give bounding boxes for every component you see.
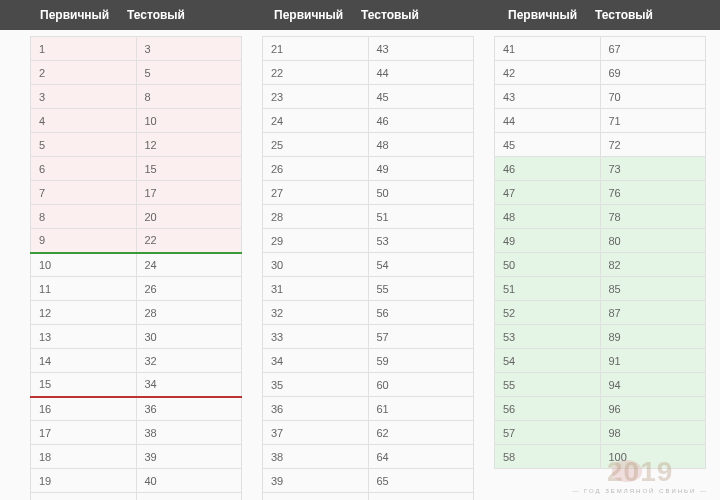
primary-cell: 48 [495, 205, 601, 229]
header-col-test: Тестовый [587, 8, 674, 22]
table-row: 58100 [495, 445, 706, 469]
table-row: 717 [31, 181, 242, 205]
test-cell: 51 [368, 205, 474, 229]
primary-cell: 18 [31, 445, 137, 469]
header-col-primary: Первичный [266, 8, 353, 22]
table-row: 25 [31, 61, 242, 85]
table-row: 4066 [263, 493, 474, 501]
test-cell: 49 [368, 157, 474, 181]
test-cell: 22 [136, 229, 242, 253]
header-group: Первичный Тестовый [32, 8, 244, 22]
primary-cell: 9 [31, 229, 137, 253]
score-table-3: 4167426943704471457246734776487849805082… [494, 36, 706, 469]
table-row: 3155 [263, 277, 474, 301]
test-cell: 59 [368, 349, 474, 373]
primary-cell: 49 [495, 229, 601, 253]
test-cell: 46 [368, 109, 474, 133]
primary-cell: 19 [31, 469, 137, 493]
primary-cell: 58 [495, 445, 601, 469]
table-row: 2851 [263, 205, 474, 229]
test-cell: 15 [136, 157, 242, 181]
test-cell: 87 [600, 301, 706, 325]
primary-cell: 29 [263, 229, 369, 253]
test-cell: 67 [600, 37, 706, 61]
test-cell: 32 [136, 349, 242, 373]
test-cell: 55 [368, 277, 474, 301]
test-cell: 12 [136, 133, 242, 157]
table-row: 1228 [31, 301, 242, 325]
test-cell: 41 [136, 493, 242, 501]
table-row: 3965 [263, 469, 474, 493]
test-cell: 69 [600, 61, 706, 85]
test-cell: 85 [600, 277, 706, 301]
header-col-primary: Первичный [500, 8, 587, 22]
header-group: Первичный Тестовый [500, 8, 712, 22]
test-cell: 80 [600, 229, 706, 253]
table-row: 4673 [495, 157, 706, 181]
primary-cell: 10 [31, 253, 137, 277]
primary-cell: 38 [263, 445, 369, 469]
test-cell: 44 [368, 61, 474, 85]
test-cell: 96 [600, 397, 706, 421]
primary-cell: 57 [495, 421, 601, 445]
test-cell: 73 [600, 157, 706, 181]
table-row: 2548 [263, 133, 474, 157]
test-cell: 91 [600, 349, 706, 373]
test-cell: 62 [368, 421, 474, 445]
score-table-2: 2143224423452446254826492750285129533054… [262, 36, 474, 500]
table-row: 5798 [495, 421, 706, 445]
table-row: 2143 [263, 37, 474, 61]
primary-cell: 25 [263, 133, 369, 157]
table-row: 1126 [31, 277, 242, 301]
primary-cell: 8 [31, 205, 137, 229]
table-row: 2244 [263, 61, 474, 85]
test-cell: 36 [136, 397, 242, 421]
test-cell: 17 [136, 181, 242, 205]
table-row: 820 [31, 205, 242, 229]
test-cell: 56 [368, 301, 474, 325]
primary-cell: 7 [31, 181, 137, 205]
primary-cell: 45 [495, 133, 601, 157]
table-row: 4167 [495, 37, 706, 61]
test-cell: 71 [600, 109, 706, 133]
table-row: 922 [31, 229, 242, 253]
header-col-test: Тестовый [119, 8, 206, 22]
primary-cell: 34 [263, 349, 369, 373]
primary-cell: 41 [495, 37, 601, 61]
table-row: 3762 [263, 421, 474, 445]
test-cell: 3 [136, 37, 242, 61]
test-cell: 54 [368, 253, 474, 277]
primary-cell: 23 [263, 85, 369, 109]
primary-cell: 33 [263, 325, 369, 349]
header-bar: Первичный Тестовый Первичный Тестовый Пе… [0, 0, 720, 30]
primary-cell: 20 [31, 493, 137, 501]
primary-cell: 13 [31, 325, 137, 349]
test-cell: 70 [600, 85, 706, 109]
primary-cell: 16 [31, 397, 137, 421]
header-group: Первичный Тестовый [266, 8, 478, 22]
table-row: 3661 [263, 397, 474, 421]
table-row: 2649 [263, 157, 474, 181]
primary-cell: 36 [263, 397, 369, 421]
table-row: 5082 [495, 253, 706, 277]
table-row: 2750 [263, 181, 474, 205]
test-cell: 98 [600, 421, 706, 445]
table-row: 38 [31, 85, 242, 109]
test-cell: 50 [368, 181, 474, 205]
test-cell: 82 [600, 253, 706, 277]
primary-cell: 30 [263, 253, 369, 277]
table-row: 4471 [495, 109, 706, 133]
test-cell: 38 [136, 421, 242, 445]
primary-cell: 2 [31, 61, 137, 85]
primary-cell: 12 [31, 301, 137, 325]
test-cell: 66 [368, 493, 474, 501]
table-row: 410 [31, 109, 242, 133]
primary-cell: 35 [263, 373, 369, 397]
table-row: 3560 [263, 373, 474, 397]
test-cell: 64 [368, 445, 474, 469]
test-cell: 57 [368, 325, 474, 349]
header-col-test: Тестовый [353, 8, 440, 22]
table-row: 2953 [263, 229, 474, 253]
primary-cell: 53 [495, 325, 601, 349]
test-cell: 76 [600, 181, 706, 205]
